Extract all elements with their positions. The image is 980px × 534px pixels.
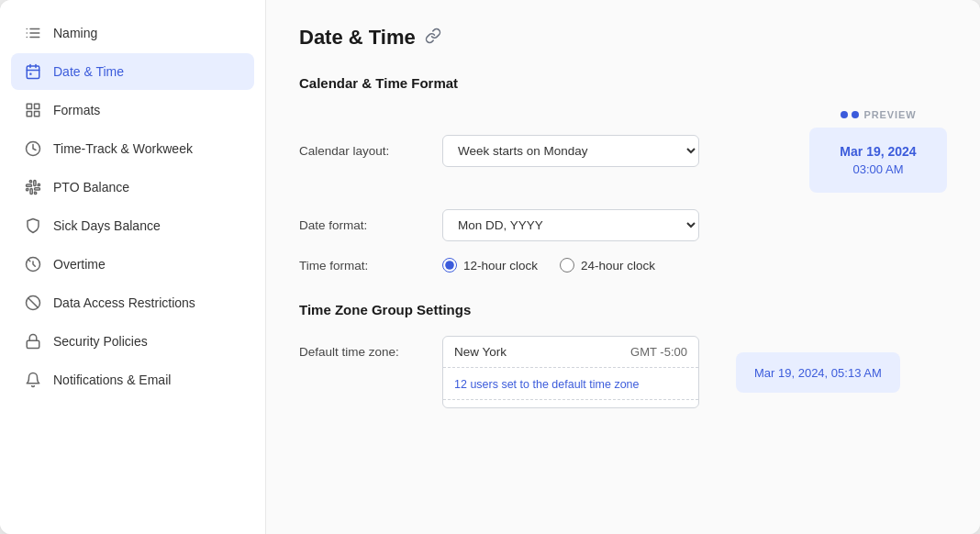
- date-format-label: Date format:: [299, 218, 428, 232]
- svg-rect-13: [27, 112, 31, 117]
- timezone-gmt: GMT -5:00: [630, 345, 687, 359]
- preview-dots: [841, 111, 859, 118]
- sidebar-item-pto-label: PTO Balance: [53, 180, 129, 195]
- preview-dot-2: [852, 111, 859, 118]
- sidebar-item-overtime[interactable]: Overtime: [11, 246, 254, 283]
- preview-dot-1: [841, 111, 848, 118]
- sidebar-item-formats-label: Formats: [53, 103, 100, 117]
- main-content: Date & Time Calendar & Time Format Calen…: [266, 0, 980, 534]
- lock-icon: [24, 332, 42, 350]
- naming-icon: [24, 24, 42, 42]
- svg-rect-11: [27, 104, 31, 108]
- sidebar-item-date-time-label: Date & Time: [53, 64, 124, 79]
- svg-rect-6: [27, 66, 39, 79]
- sidebar-item-naming[interactable]: Naming: [11, 15, 254, 51]
- radio-24h-label: 24-hour clock: [581, 259, 655, 273]
- calendar-layout-select[interactable]: Week starts on Monday: [442, 135, 699, 167]
- radio-12h-input[interactable]: [442, 258, 457, 273]
- sidebar-item-sick-days[interactable]: Sick Days Balance: [11, 207, 254, 244]
- restrict-icon: [24, 294, 42, 312]
- calendar-section-title: Calendar & Time Format: [299, 75, 947, 91]
- sidebar: Naming Date & Time Formats: [0, 0, 266, 534]
- timezone-preview-card: Mar 19, 2024, 05:13 AM: [736, 352, 900, 393]
- svg-line-17: [28, 260, 30, 261]
- svg-rect-14: [35, 112, 39, 117]
- radio-12h[interactable]: 12-hour clock: [442, 258, 538, 273]
- svg-line-19: [28, 298, 39, 308]
- formats-icon: [24, 101, 42, 119]
- bell-icon: [24, 371, 42, 389]
- timezone-hint-text: 12 users set to the default time zone: [454, 378, 640, 391]
- radio-12h-label: 12-hour clock: [463, 259, 538, 273]
- timezone-bottom: [443, 400, 698, 407]
- sidebar-item-data-access[interactable]: Data Access Restrictions: [11, 284, 254, 321]
- link-icon[interactable]: [425, 28, 441, 49]
- timezone-row: Default time zone: New York GMT -5:00 12…: [299, 336, 947, 408]
- preview-date: Mar 19, 2024: [835, 144, 921, 159]
- timezone-control: New York GMT -5:00 12 users set to the d…: [442, 336, 699, 408]
- time-format-label: Time format:: [299, 259, 428, 273]
- sidebar-item-time-track[interactable]: Time-Track & Workweek: [11, 130, 254, 167]
- timezone-top: New York GMT -5:00: [443, 337, 698, 368]
- radio-24h-input[interactable]: [560, 258, 574, 273]
- page-title: Date & Time: [299, 26, 416, 50]
- date-format-select[interactable]: Mon DD, YYYY: [442, 209, 699, 241]
- timezone-section: Time Zone Group Settings Default time zo…: [299, 302, 947, 408]
- radio-24h[interactable]: 24-hour clock: [560, 258, 655, 273]
- sidebar-item-date-time[interactable]: Date & Time: [11, 53, 254, 90]
- sidebar-item-notifications-label: Notifications & Email: [53, 373, 171, 387]
- svg-rect-20: [27, 340, 39, 348]
- clock-icon: [24, 139, 42, 158]
- preview-area: PREVIEW Mar 19, 2024 03:00 AM: [809, 109, 947, 193]
- time-format-radio-group: 12-hour clock 24-hour clock: [442, 258, 655, 273]
- timezone-hint: 12 users set to the default time zone: [443, 368, 698, 400]
- calendar-layout-label: Calendar layout:: [299, 144, 428, 158]
- timezone-preview-date: Mar 19, 2024, 05:13 AM: [754, 366, 882, 380]
- sidebar-item-formats[interactable]: Formats: [11, 92, 254, 128]
- page-header: Date & Time: [299, 26, 947, 50]
- timezone-name: New York: [454, 345, 507, 359]
- preview-card: Mar 19, 2024 03:00 AM: [809, 128, 947, 193]
- sidebar-item-sick-days-label: Sick Days Balance: [53, 218, 161, 233]
- app-window: Naming Date & Time Formats: [0, 0, 980, 534]
- sidebar-item-overtime-label: Overtime: [53, 257, 106, 272]
- sick-days-icon: [24, 217, 42, 235]
- preview-label: PREVIEW: [864, 109, 917, 120]
- timezone-label: Default time zone:: [299, 336, 428, 359]
- timezone-section-title: Time Zone Group Settings: [299, 302, 947, 317]
- overtime-icon: [24, 255, 42, 273]
- sidebar-item-data-access-label: Data Access Restrictions: [53, 295, 195, 310]
- sidebar-item-naming-label: Naming: [53, 26, 97, 40]
- svg-rect-12: [35, 104, 39, 108]
- sidebar-item-security[interactable]: Security Policies: [11, 323, 254, 360]
- pto-icon: [24, 178, 42, 196]
- preview-time: 03:00 AM: [835, 162, 921, 176]
- svg-rect-10: [29, 73, 31, 75]
- preview-label-row: PREVIEW: [841, 109, 917, 120]
- timezone-select-box[interactable]: New York GMT -5:00 12 users set to the d…: [442, 336, 699, 408]
- calendar-icon: [24, 62, 42, 81]
- calendar-section: Calendar & Time Format Calendar layout: …: [299, 75, 947, 273]
- sidebar-item-notifications[interactable]: Notifications & Email: [11, 362, 254, 398]
- sidebar-item-time-track-label: Time-Track & Workweek: [53, 141, 193, 156]
- sidebar-item-pto-balance[interactable]: PTO Balance: [11, 169, 254, 206]
- sidebar-item-security-label: Security Policies: [53, 334, 148, 349]
